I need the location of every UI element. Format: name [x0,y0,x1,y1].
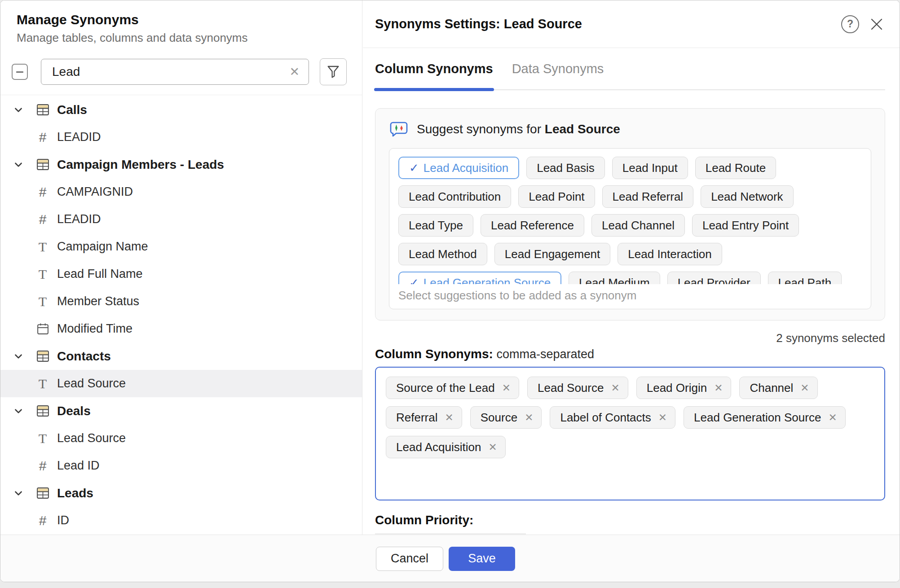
synonym-tag-label: Channel [750,381,793,395]
suggestion-chip[interactable]: ✓ Lead Provider [667,272,761,284]
suggestion-chip[interactable]: ✓ Lead Reference [481,214,584,237]
tree-row[interactable]: # T Lead ID [0,452,362,479]
tree-row-label: Member Status [57,294,139,308]
remove-synonym-icon[interactable]: ✕ [502,382,511,394]
synonym-tag: Source of the Lead ✕ [386,377,519,399]
tree-row[interactable]: # T Modified Time [0,315,362,342]
suggestion-chip[interactable]: ✓ Lead Generation Source [398,272,561,284]
suggestion-chip[interactable]: ✓ Lead Medium [569,272,660,284]
suggestions-viewport[interactable]: ✓ Lead Acquisition ✓ Lead Basis [398,157,862,284]
tree-row[interactable]: # T Contacts [0,342,362,370]
funnel-icon [326,65,340,79]
suggestion-chip-label: Lead Provider [678,276,750,285]
suggestion-chip-label: Lead Acquisition [424,161,508,175]
suggestion-chip[interactable]: ✓ Lead Input [612,157,688,179]
suggestion-chip-label: Lead Point [529,190,584,204]
tree-row[interactable]: # T Lead Full Name [0,260,362,288]
remove-synonym-icon[interactable]: ✕ [488,441,497,453]
search-input[interactable] [41,65,280,79]
tree-row-label: Calls [57,103,87,117]
suggestion-chip[interactable]: ✓ Lead Contribution [398,185,511,208]
help-icon[interactable]: ? [841,15,859,33]
save-button[interactable]: Save [449,547,515,571]
suggestion-chip-label: Lead Basis [537,161,595,175]
footer-bar: Cancel Save [0,535,900,582]
synonym-tag: Referral ✕ [386,406,462,429]
suggestion-chip[interactable]: ✓ Lead Method [398,243,487,265]
synonym-tag-label: Referral [396,411,437,425]
remove-synonym-icon[interactable]: ✕ [445,412,453,424]
remove-synonym-icon[interactable]: ✕ [525,412,533,424]
suggestion-chip[interactable]: ✓ Lead Interaction [618,243,722,265]
tree-row[interactable]: # T Campaign Name [0,233,362,260]
chevron-down-icon[interactable] [13,488,25,499]
number-type-icon: # [35,184,50,200]
chevron-down-icon[interactable] [13,351,25,362]
right-panel: Synonyms Settings: Lead Source ? Column … [363,0,900,535]
tree-row[interactable]: # T Lead Source [0,425,362,452]
tree-row[interactable]: # T Campaign Members - Leads [0,151,362,178]
tree-row[interactable]: # T Member Status [0,288,362,315]
suggestion-chip[interactable]: ✓ Lead Acquisition [398,157,519,179]
select-all-checkbox[interactable] [12,64,28,80]
chevron-down-icon[interactable] [13,105,25,115]
tree-row[interactable]: # T CAMPAIGNID [0,178,362,206]
suggestion-chip-label: Lead Type [409,219,463,233]
remove-synonym-icon[interactable]: ✕ [611,382,619,394]
suggestion-chip[interactable]: ✓ Lead Point [518,185,595,208]
tree-row-label: LEADID [57,130,101,144]
suggestion-chip-label: Lead Channel [602,219,675,233]
column-priority-label: Column Priority: [375,513,885,527]
suggestion-chip-label: Lead Generation Source [424,276,551,285]
tab-column-synonyms[interactable]: Column Synonyms [375,48,493,89]
synonym-tag-label: Lead Origin [647,381,707,395]
suggestion-chip-label: Lead Path [778,276,832,285]
synonym-tag-label: Source [481,411,517,425]
table-icon [35,103,50,117]
remove-synonym-icon[interactable]: ✕ [714,382,723,394]
column-synonyms-label: Column Synonyms: [375,347,493,361]
filter-button[interactable] [320,58,347,85]
synonym-tags: Source of the Lead ✕ Lead Source ✕ Lead … [386,377,874,458]
schema-tree: # T Calls [0,95,362,534]
suggestion-chip[interactable]: ✓ Lead Referral [602,185,694,208]
tree-row-label: Contacts [57,349,111,364]
tree-row[interactable]: # T ID [0,507,362,534]
chevron-down-icon[interactable] [13,406,25,417]
suggestion-chip-label: Lead Network [711,190,783,204]
clear-search-icon[interactable]: ✕ [280,65,309,79]
suggest-title-target: Lead Source [545,122,620,136]
synonym-tag: Lead Generation Source ✕ [684,406,846,429]
cancel-button[interactable]: Cancel [376,547,443,571]
suggestion-chip[interactable]: ✓ Lead Entry Point [692,214,799,237]
tab-data-synonyms[interactable]: Data Synonyms [512,48,604,89]
suggestion-chip[interactable]: ✓ Lead Network [701,185,793,208]
tree-row[interactable]: # T Calls [0,96,362,123]
suggestion-chip[interactable]: ✓ Lead Route [695,157,776,179]
tree-row[interactable]: # T LEADID [0,206,362,233]
number-type-icon: # [35,513,50,528]
suggest-title: Suggest synonyms for Lead Source [417,122,620,136]
close-icon[interactable] [869,17,884,32]
table-icon [35,404,50,418]
remove-synonym-icon[interactable]: ✕ [658,412,667,424]
settings-header: Synonyms Settings: Lead Source ? [363,0,900,48]
suggestion-chip[interactable]: ✓ Lead Type [398,214,473,237]
suggestion-chip[interactable]: ✓ Lead Engagement [494,243,611,265]
tree-row[interactable]: # T LEADID [0,123,362,151]
number-type-icon: # [35,458,50,474]
suggestion-chip[interactable]: ✓ Lead Channel [591,214,685,237]
tree-row-label: Lead Full Name [57,267,143,281]
suggestion-chip-label: Lead Route [706,161,766,175]
suggestion-chip[interactable]: ✓ Lead Basis [526,157,605,179]
column-synonyms-input-box[interactable]: Source of the Lead ✕ Lead Source ✕ Lead … [375,367,885,500]
suggestion-chip[interactable]: ✓ Lead Path [768,272,842,284]
page-subtitle: Manage tables, columns and data synonyms [17,31,347,45]
remove-synonym-icon[interactable]: ✕ [828,412,837,424]
tree-row[interactable]: # T Lead Source [0,370,362,397]
tree-row[interactable]: # T Deals [0,397,362,425]
tree-row[interactable]: # T Leads [0,479,362,507]
remove-synonym-icon[interactable]: ✕ [800,382,809,394]
chevron-down-icon[interactable] [13,159,25,170]
synonym-tag-label: Lead Generation Source [694,411,821,425]
